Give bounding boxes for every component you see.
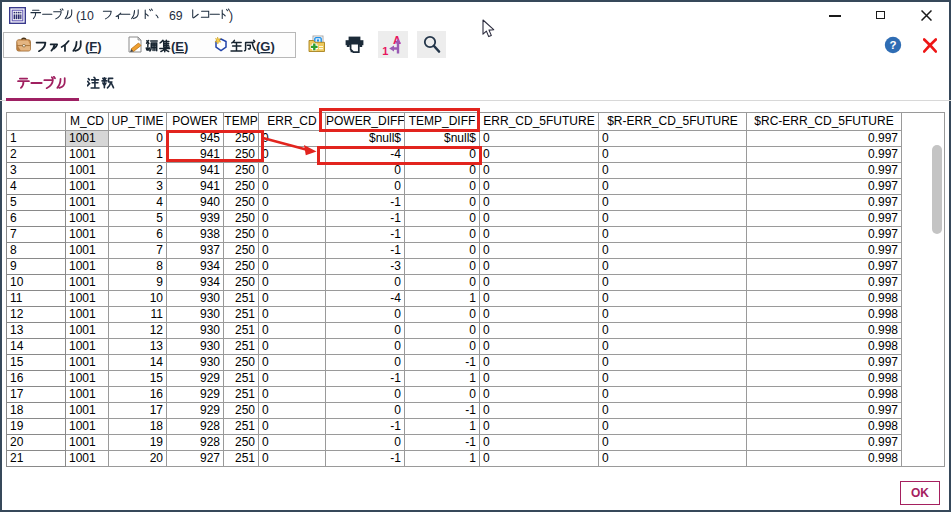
svg-text:1: 1 bbox=[382, 45, 388, 57]
svg-text:(G): (G) bbox=[256, 39, 275, 54]
svg-text:69: 69 bbox=[169, 9, 183, 23]
svg-text:(10: (10 bbox=[76, 9, 94, 23]
svg-text:?: ? bbox=[889, 39, 896, 51]
svg-text:): ) bbox=[229, 9, 233, 23]
svg-text:(F): (F) bbox=[85, 39, 102, 54]
svg-text:(E): (E) bbox=[171, 39, 188, 54]
